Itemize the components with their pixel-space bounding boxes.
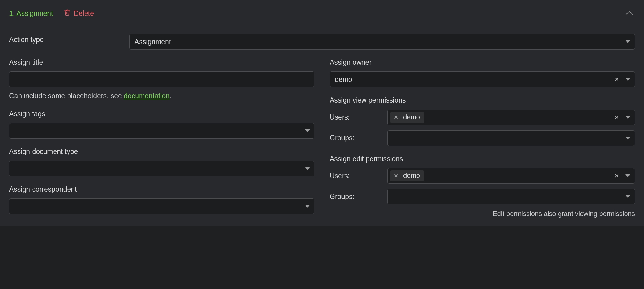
clear-edit-users-button[interactable]: ✕ [612, 172, 621, 180]
assign-owner-label: Assign owner [330, 57, 635, 67]
assign-correspondent-label: Assign correspondent [9, 184, 314, 194]
collapse-button[interactable] [624, 9, 635, 18]
user-chip: ✕ demo [390, 112, 424, 123]
edit-groups-select[interactable] [387, 189, 635, 204]
edit-permissions-section: Assign edit permissions Users: ✕ demo ✕ [330, 154, 635, 219]
panel-body: Action type Assignment Assign title Can … [0, 26, 644, 226]
assign-title-help: Can include some placeholders, see docum… [9, 91, 314, 101]
delete-button-label: Delete [74, 9, 94, 18]
assignment-panel: 1. Assignment Delete Action type [0, 0, 644, 226]
clear-owner-button[interactable]: ✕ [612, 75, 621, 84]
assign-correspondent-select[interactable] [9, 198, 314, 214]
edit-permissions-note: Edit permissions also grant viewing perm… [330, 209, 635, 219]
view-users-select[interactable]: ✕ demo ✕ [387, 110, 635, 125]
user-chip: ✕ demo [390, 170, 424, 181]
assign-title-field: Assign title Can include some placeholde… [9, 57, 314, 101]
chevron-up-icon [625, 12, 634, 16]
edit-users-label: Users: [330, 171, 387, 181]
trash-icon [64, 9, 71, 18]
assign-correspondent-field: Assign correspondent [9, 184, 314, 214]
assign-tags-label: Assign tags [9, 109, 314, 119]
documentation-link[interactable]: documentation [124, 92, 170, 100]
edit-groups-row: Groups: [330, 189, 635, 204]
panel-header: 1. Assignment Delete [0, 0, 644, 26]
edit-permissions-label: Assign edit permissions [330, 154, 635, 164]
edit-users-row: Users: ✕ demo ✕ [330, 168, 635, 184]
action-type-value: Assignment [130, 34, 635, 49]
assign-owner-select[interactable]: demo ✕ [330, 71, 635, 87]
view-groups-select[interactable] [387, 130, 635, 146]
assign-tags-select[interactable] [9, 123, 314, 139]
view-users-row: Users: ✕ demo ✕ [330, 110, 635, 125]
delete-button[interactable]: Delete [64, 9, 94, 18]
view-users-label: Users: [330, 112, 387, 122]
assign-doctype-label: Assign document type [9, 147, 314, 156]
view-groups-row: Groups: [330, 130, 635, 146]
action-type-select[interactable]: Assignment [129, 34, 635, 50]
assign-doctype-field: Assign document type [9, 147, 314, 176]
action-type-label: Action type [9, 35, 129, 44]
view-permissions-label: Assign view permissions [330, 95, 635, 105]
remove-chip-button[interactable]: ✕ [393, 173, 399, 179]
right-column: Assign owner demo ✕ Assign view permissi… [330, 57, 635, 222]
panel-title: 1. Assignment [9, 9, 53, 18]
remove-chip-button[interactable]: ✕ [393, 115, 399, 120]
assign-owner-value: demo [330, 72, 635, 87]
assign-title-input[interactable] [9, 71, 314, 87]
help-prefix: Can include some placeholders, see [9, 92, 124, 100]
left-column: Assign title Can include some placeholde… [9, 57, 314, 222]
user-chip-label: demo [403, 171, 420, 180]
form-columns: Assign title Can include some placeholde… [9, 57, 635, 222]
help-suffix: . [170, 92, 171, 100]
assign-doctype-select[interactable] [9, 161, 314, 176]
view-groups-label: Groups: [330, 133, 387, 143]
action-type-row: Action type Assignment [9, 34, 635, 50]
edit-users-select[interactable]: ✕ demo ✕ [387, 168, 635, 184]
assign-owner-field: Assign owner demo ✕ [330, 57, 635, 87]
clear-view-users-button[interactable]: ✕ [612, 113, 621, 122]
user-chip-label: demo [403, 113, 420, 122]
assign-title-label: Assign title [9, 57, 314, 67]
assign-tags-field: Assign tags [9, 109, 314, 139]
view-permissions-section: Assign view permissions Users: ✕ demo ✕ [330, 95, 635, 146]
edit-groups-label: Groups: [330, 192, 387, 201]
